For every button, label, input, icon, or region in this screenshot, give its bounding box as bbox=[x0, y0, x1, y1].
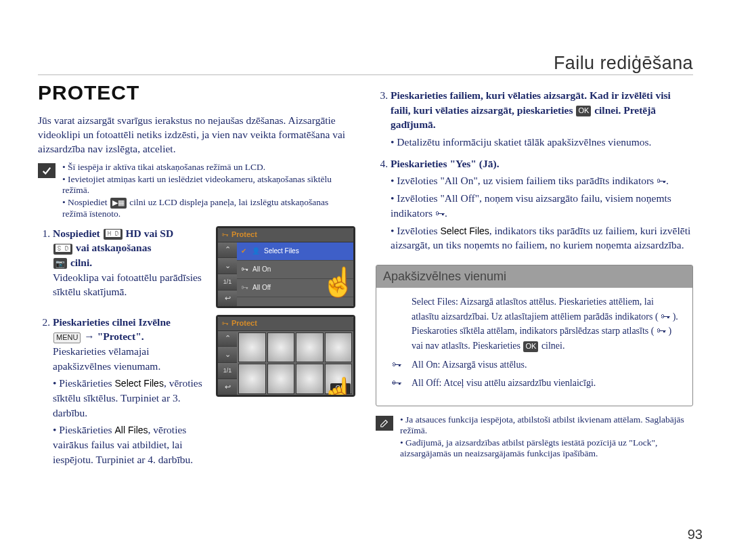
note-text: Ievietojiet atmiņas karti un ieslēdziet … bbox=[62, 174, 355, 196]
submenu-panel: Apakšizvēlnes vienumi Select Files: Aizs… bbox=[376, 265, 693, 406]
thumbnail[interactable] bbox=[267, 332, 295, 363]
step-3: Pieskarieties failiem, kuri vēlaties aiz… bbox=[391, 88, 693, 150]
photo-chip-icon: 📷 bbox=[53, 258, 67, 269]
lcd-menu-all-on[interactable]: All On bbox=[237, 261, 353, 279]
note-text: Ja atsauces funkcija iespējota, atbilsto… bbox=[400, 414, 693, 436]
check-icon bbox=[38, 163, 56, 178]
ok-chip: OK bbox=[523, 341, 538, 352]
hd-chip-icon: 🅷🅳 bbox=[104, 229, 123, 240]
step-2-bullet: Pieskārieties All Files, vēroties vairāk… bbox=[53, 423, 208, 467]
lcd-back-button[interactable]: ↩ bbox=[218, 379, 237, 395]
lcd-back-button[interactable]: ↩ bbox=[218, 290, 237, 307]
step-2-bullet: Pieskārieties Select Files, vēroties sīk… bbox=[53, 376, 208, 420]
key-icon: 🗝 bbox=[222, 319, 229, 328]
key-icon: 🗝 bbox=[657, 175, 666, 188]
lcd-up-button[interactable]: ⌃ bbox=[218, 331, 237, 347]
lcd-menu-select-files[interactable]: 👤 Select Files bbox=[237, 242, 353, 261]
note-text: Šī iespēja ir aktīva tikai atskaņošanas … bbox=[62, 162, 355, 173]
page-breadcrumb: Failu rediģēšana bbox=[554, 53, 693, 74]
lcd-preview-1: 🗝 Protect ⌃ ⌄ 1/1 ↩ bbox=[216, 226, 355, 308]
ok-chip: OK bbox=[576, 106, 591, 116]
key-icon bbox=[241, 264, 248, 274]
key-icon: 🗝 bbox=[392, 358, 401, 372]
thumbnail[interactable] bbox=[296, 332, 324, 363]
lcd-menu-all-off[interactable]: All Off bbox=[237, 279, 353, 297]
thumbnail[interactable] bbox=[238, 364, 266, 394]
sd-chip-icon: 🆂🅳 bbox=[53, 244, 72, 255]
key-icon bbox=[241, 282, 248, 293]
key-icon: 🗝 bbox=[222, 230, 229, 240]
thumbnail[interactable] bbox=[267, 364, 295, 394]
lcd-ok-button[interactable]: OK bbox=[330, 383, 351, 394]
mode-chip-icon: ▶▦ bbox=[110, 198, 127, 209]
key-strike-icon: 🗝 bbox=[392, 376, 401, 391]
submenu-title: Apakšizvēlnes vienumi bbox=[376, 265, 692, 288]
lcd-title: Protect bbox=[231, 230, 257, 240]
submenu-item: All Off: Atceļ visu attēlu aizsardzību v… bbox=[412, 376, 596, 391]
menu-chip: MENU bbox=[53, 332, 81, 343]
note-text: Gadījumā, ja aizsardzības atbilst pārslē… bbox=[400, 437, 693, 459]
step-4-bullet: Izvēloties Select Files, indikators tiks… bbox=[391, 223, 693, 253]
submenu-item: All On: Aizsargā visus attēlus. bbox=[412, 358, 527, 372]
step-3-bullet: Detalizētu informāciju skatiet tālāk apa… bbox=[391, 135, 693, 150]
pencil-note-icon bbox=[376, 416, 393, 431]
intro-paragraph: Jūs varat aizsargāt svarīgus ierakstus n… bbox=[38, 114, 355, 156]
lcd-counter: 1/1 bbox=[218, 274, 237, 290]
lcd-preview-2: 🗝 Protect ⌃ ⌄ 1/1 ↩ bbox=[216, 315, 355, 397]
lcd-down-button[interactable]: ⌄ bbox=[218, 258, 237, 274]
page-title: PROTECT bbox=[38, 81, 355, 104]
page-number: 93 bbox=[688, 527, 703, 542]
lcd-title: Protect bbox=[231, 318, 257, 328]
lcd-counter: 1/1 bbox=[218, 363, 237, 379]
step-1: Nospiediet 🅷🅳 HD vai SD 🆂🅳 vai atskaņoša… bbox=[53, 226, 355, 308]
header-rule bbox=[38, 74, 693, 75]
thumbnail[interactable] bbox=[296, 364, 324, 394]
submenu-item: Select Files: Aizsargā atlasītos attēlus… bbox=[412, 295, 682, 353]
lcd-up-button[interactable]: ⌃ bbox=[218, 242, 237, 259]
lcd-down-button[interactable]: ⌄ bbox=[218, 347, 237, 363]
step-2: Pieskarieties cilnei Izvēlne MENU → "Pro… bbox=[53, 315, 355, 470]
note-text: Nospiediet ▶▦ cilni uz LCD displeja pane… bbox=[62, 197, 355, 219]
key-icon: 🗝 bbox=[435, 207, 445, 221]
people-icon: 👤 bbox=[252, 246, 260, 256]
step-4: Pieskarieties "Yes" (Jā). Izvēloties "Al… bbox=[391, 156, 693, 253]
thumbnail[interactable] bbox=[238, 332, 266, 363]
thumbnail[interactable] bbox=[325, 332, 353, 363]
step-4-bullet: Izvēloties "All Off", noņem visu aizsarg… bbox=[391, 191, 693, 220]
step-4-bullet: Izvēloties "All On", uz visiem failiem t… bbox=[391, 173, 693, 188]
